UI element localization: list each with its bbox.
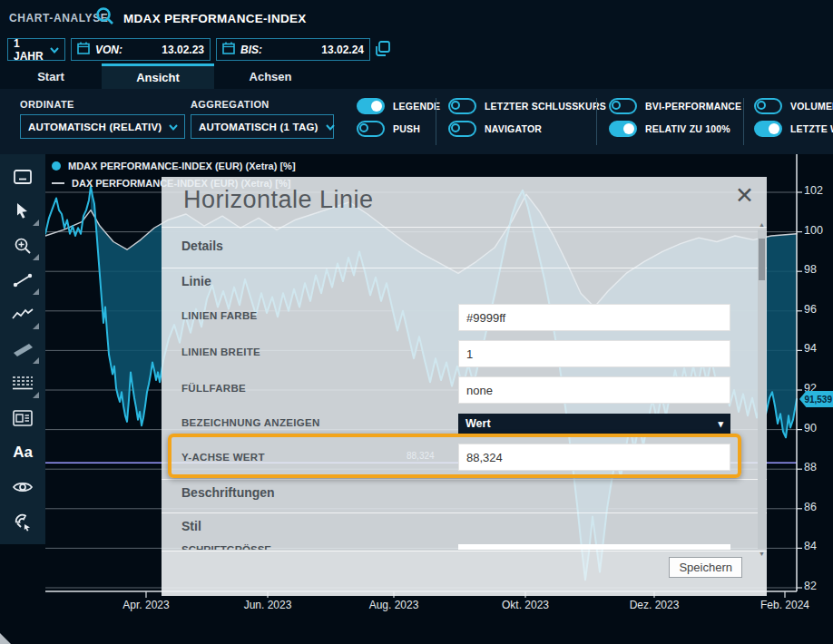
tab-label: Achsen [250, 70, 292, 83]
section-details: Details [181, 239, 223, 253]
section-stil: Stil [181, 519, 201, 533]
submenu-corner-icon [33, 288, 39, 295]
toggle-switch[interactable] [448, 121, 476, 137]
divider [162, 479, 767, 480]
tab-ansicht[interactable]: Ansicht [102, 63, 214, 89]
submenu-corner-icon [33, 357, 39, 364]
toggle-switch[interactable] [754, 98, 782, 114]
news-tool-icon[interactable] [5, 401, 41, 435]
date-controls: 1 JAHR VON: 13.02.23 BIS: 13.02.24 [0, 36, 833, 63]
instrument-title[interactable]: MDAX PERFORMANCE-INDEX [123, 12, 307, 25]
toggle-group-performance: BVI-PERFORMANCE RELATIV ZU 100% [609, 98, 741, 137]
select-value: Wert [466, 417, 491, 430]
calendar-icon [222, 42, 235, 57]
chevron-down-icon [326, 122, 335, 132]
toggle-label: PUSH [393, 123, 420, 134]
scroll-up-icon[interactable]: ▲ [758, 221, 766, 228]
x-axis-label: Apr. 2023 [114, 599, 178, 611]
period-select[interactable]: 1 JAHR [7, 38, 65, 61]
chevron-down-icon [50, 44, 59, 56]
tab-label: Start [37, 70, 64, 83]
tab-label: Ansicht [136, 71, 180, 84]
search-icon [94, 5, 116, 31]
scroll-down-icon[interactable]: ▼ [758, 551, 766, 557]
chevron-down-icon: ▾ [718, 418, 723, 430]
linien-breite-input[interactable] [458, 340, 730, 367]
dialog-scrollbar[interactable]: ▲ ▼ [758, 229, 766, 549]
toolbar-separator [596, 98, 597, 145]
fuellfarbe-input[interactable] [458, 376, 730, 404]
submenu-corner-icon [33, 254, 39, 260]
zigzag-tool-icon[interactable] [5, 298, 41, 332]
toggle-switch[interactable] [357, 121, 385, 137]
schriftgroesse-label: SCHRIFTGRÖSSE [181, 544, 271, 550]
topbar: CHART-ANALYSE MDAX PERFORMANCE-INDEX [0, 0, 833, 36]
schriftgroesse-input[interactable] [458, 544, 730, 550]
toggle-switch[interactable] [357, 98, 385, 114]
linien-farbe-input[interactable] [458, 304, 730, 331]
aggregation-value: AUTOMATISCH (1 TAG) [199, 122, 318, 132]
y-axis-label: 102 [804, 184, 831, 197]
view-toolbar: ORDINATE AUTOMATISCH (RELATIV) AGGREGATI… [0, 89, 833, 154]
toggle-bvi-performance[interactable]: BVI-PERFORMANCE [609, 98, 741, 114]
y-axis-label: 98 [804, 263, 831, 276]
toggle-volumen[interactable]: VOLUMEN (S [754, 98, 833, 114]
zoom-in-tool-icon[interactable] [5, 229, 41, 263]
bezeichnung-anzeigen-select[interactable]: Wert ▾ [458, 414, 730, 434]
tab-start[interactable]: Start [0, 63, 102, 89]
dax-series-line-icon [52, 182, 64, 184]
grid-tool-icon[interactable] [5, 366, 41, 401]
bezeichnung-anzeigen-label: BEZEICHNUNG ANZEIGEN [181, 417, 320, 428]
toggle-push[interactable]: PUSH [357, 121, 440, 137]
toggle-switch[interactable] [609, 98, 637, 114]
toggle-switch[interactable] [448, 98, 476, 114]
cursor-tool-icon[interactable] [5, 194, 41, 229]
toggle-relativ-100[interactable]: RELATIV ZU 100% [609, 121, 741, 137]
text-tool-icon[interactable]: Aa [5, 435, 41, 470]
chevron-down-icon [169, 122, 178, 132]
magnet-tool-icon[interactable] [5, 504, 41, 539]
date-to-value: 13.02.24 [321, 44, 364, 56]
calendar-icon [77, 42, 90, 57]
channel-tool-icon[interactable] [5, 332, 41, 366]
toggle-letzter-schlusskurs[interactable]: LETZTER SCHLUSSKURS [448, 98, 606, 114]
legend-label: MDAX PERFORMANCE-INDEX (EUR) (Xetra) [%] [68, 161, 296, 171]
toggle-label: NAVIGATOR [485, 123, 542, 134]
toggle-navigator[interactable]: NAVIGATOR [448, 121, 606, 137]
date-to-label: BIS: [240, 44, 262, 56]
date-to-field[interactable]: BIS: 13.02.24 [216, 38, 370, 61]
eye-tool-icon[interactable] [5, 470, 41, 504]
section-beschriftungen: Beschriftungen [181, 485, 275, 500]
scrollbar-thumb[interactable] [759, 239, 765, 280]
toggle-letzte-werte[interactable]: LETZTE WER [754, 121, 833, 137]
x-axis-label: Aug. 2023 [362, 599, 426, 611]
tab-achsen[interactable]: Achsen [214, 63, 327, 89]
toggle-label: LEGENDE [393, 101, 440, 112]
aggregation-select[interactable]: AUTOMATISCH (1 TAG) [191, 114, 334, 139]
ordinate-label: ORDINATE [20, 99, 74, 110]
save-button[interactable]: Speichern [669, 557, 742, 578]
submenu-corner-icon [33, 220, 39, 226]
aggregation-label: AGGREGATION [191, 99, 270, 110]
close-icon[interactable]: ✕ [735, 182, 754, 209]
submenu-corner-icon [33, 323, 39, 329]
tool-sidebar: Aa [0, 154, 45, 544]
last-value-badge: 91,539 [799, 391, 833, 407]
y-axis-label: 84 [804, 540, 831, 552]
divider [162, 268, 767, 268]
date-from-value: 13.02.23 [162, 44, 204, 56]
toggle-switch[interactable] [754, 121, 782, 137]
toggle-label: BVI-PERFORMANCE [645, 101, 741, 112]
compare-copy-icon[interactable] [374, 40, 392, 62]
toggle-legende[interactable]: LEGENDE [357, 98, 440, 114]
collapse-panel-icon[interactable] [5, 160, 41, 194]
toggle-switch[interactable] [609, 121, 637, 137]
date-from-label: VON: [95, 44, 122, 56]
search-bar[interactable]: MDAX PERFORMANCE-INDEX [94, 5, 307, 31]
date-from-field[interactable]: VON: 13.02.23 [71, 38, 211, 61]
line-tool-icon[interactable] [5, 263, 41, 298]
submenu-corner-icon [33, 392, 39, 398]
ordinate-select[interactable]: AUTOMATISCH (RELATIV) [20, 114, 185, 139]
legend-item-mdax[interactable]: MDAX PERFORMANCE-INDEX (EUR) (Xetra) [%] [52, 159, 296, 172]
toggle-label: LETZTE WER [790, 123, 833, 134]
